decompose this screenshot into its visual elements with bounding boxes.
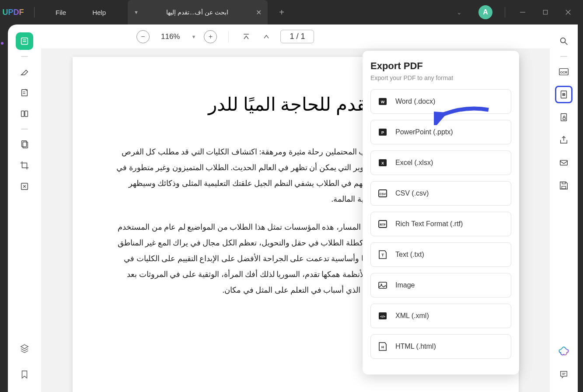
export-option-excel[interactable]: X Excel (.xlsx)	[370, 150, 511, 175]
xml-icon: </>	[377, 310, 388, 322]
workspace: − 116% ▼ + 1 / 1 فهم العالم المتقدم للحا…	[8, 24, 578, 392]
first-page-button[interactable]	[240, 31, 252, 43]
word-icon: W	[377, 96, 388, 107]
export-panel-title: Export PDF	[370, 60, 511, 72]
layers-button[interactable]	[16, 340, 33, 357]
protect-button[interactable]	[555, 108, 573, 126]
svg-line-33	[565, 42, 568, 45]
export-option-xml[interactable]: </> XML (.xml)	[370, 304, 511, 328]
compress-button[interactable]	[16, 178, 33, 195]
minimize-button[interactable]	[517, 7, 528, 18]
document-tab[interactable]: ▼ ابحث عن أف...تقدم إليها ✕	[128, 0, 268, 24]
csv-icon: CSV	[377, 188, 388, 199]
svg-text:W: W	[381, 100, 385, 104]
ai-assistant-button[interactable]	[558, 346, 570, 358]
separator	[505, 7, 505, 18]
export-option-csv[interactable]: CSV CSV (.csv)	[370, 181, 511, 206]
export-pdf-panel: Export PDF Export your PDF to any format…	[363, 51, 519, 374]
export-option-text[interactable]: T Text (.txt)	[370, 242, 511, 267]
svg-rect-39	[563, 118, 566, 120]
crop-button[interactable]	[16, 157, 33, 174]
right-sidebar: OCR	[550, 24, 578, 392]
svg-text:CSV: CSV	[380, 192, 386, 196]
menu-file[interactable]: File	[42, 9, 79, 16]
close-button[interactable]	[563, 7, 573, 18]
svg-rect-10	[21, 111, 24, 117]
dropdown-icon[interactable]: ⌄	[457, 9, 462, 16]
image-icon	[377, 280, 388, 291]
organize-button[interactable]	[16, 136, 33, 153]
svg-rect-4	[21, 38, 28, 45]
export-option-word[interactable]: W Word (.docx)	[370, 89, 511, 114]
save-button[interactable]	[555, 177, 573, 194]
svg-text:X: X	[381, 161, 384, 165]
search-button[interactable]	[555, 32, 573, 50]
export-option-html[interactable]: H HTML (.html)	[370, 334, 511, 359]
text-icon: T	[377, 249, 388, 260]
export-label: Word (.docx)	[395, 98, 435, 105]
svg-text:OCR: OCR	[560, 70, 568, 74]
pages-button[interactable]	[16, 105, 33, 122]
svg-text:RTF: RTF	[380, 223, 386, 226]
separator	[228, 31, 229, 42]
edit-button[interactable]	[16, 84, 33, 102]
new-tab-button[interactable]: +	[273, 4, 290, 21]
maximize-button[interactable]	[540, 7, 551, 18]
prev-page-button[interactable]	[260, 31, 272, 43]
email-button[interactable]	[555, 154, 573, 172]
export-option-rtf[interactable]: RTF Rich Text Format (.rtf)	[370, 212, 511, 236]
zoom-value: 116%	[161, 32, 180, 41]
tabbar: ▼ ابحث عن أف...تقدم إليها ✕ +	[128, 0, 290, 24]
export-panel-subtitle: Export your PDF to any format	[370, 74, 511, 81]
share-button[interactable]	[555, 131, 573, 149]
tab-title: ابحث عن أف...تقدم إليها	[144, 9, 251, 16]
svg-rect-1	[543, 10, 547, 14]
export-label: Text (.txt)	[395, 251, 424, 259]
indicator-dot	[1, 42, 3, 45]
bookmark-button[interactable]	[16, 366, 33, 383]
export-label: Rich Text Format (.rtf)	[395, 220, 463, 228]
export-label: PowerPoint (.pptx)	[395, 128, 453, 136]
svg-rect-40	[560, 161, 568, 165]
export-option-image[interactable]: Image	[370, 273, 511, 298]
html-icon: H	[377, 341, 388, 352]
export-option-powerpoint[interactable]: P PowerPoint (.pptx)	[370, 120, 511, 144]
toolbar: − 116% ▼ + 1 / 1	[41, 24, 550, 49]
app-logo: UPDF	[0, 8, 26, 17]
comment-button[interactable]	[555, 366, 573, 383]
separator	[21, 56, 28, 57]
svg-point-32	[561, 38, 566, 43]
main-area: − 116% ▼ + 1 / 1 فهم العالم المتقدم للحا…	[41, 24, 550, 392]
zoom-in-button[interactable]: +	[204, 30, 217, 43]
export-pdf-button[interactable]	[555, 86, 573, 103]
export-label: HTML (.html)	[395, 343, 436, 350]
tab-dropdown-icon[interactable]: ▼	[134, 10, 139, 15]
titlebar: UPDF File Help ▼ ابحث عن أف...تقدم إليها…	[0, 0, 583, 24]
left-sidebar	[8, 24, 41, 392]
svg-text:P: P	[381, 130, 384, 135]
svg-rect-27	[379, 282, 387, 288]
separator	[34, 7, 35, 18]
export-label: Excel (.xlsx)	[395, 159, 433, 167]
svg-text:H: H	[381, 345, 384, 349]
separator	[21, 129, 28, 130]
svg-text:T: T	[381, 253, 384, 257]
reader-mode-button[interactable]	[16, 32, 33, 50]
zoom-dropdown-icon[interactable]: ▼	[191, 34, 196, 39]
window-controls: ⌄ A	[457, 5, 583, 19]
zoom-out-button[interactable]: −	[136, 30, 150, 43]
menu-help[interactable]: Help	[79, 9, 119, 16]
rtf-icon: RTF	[377, 218, 388, 230]
export-label: Image	[395, 281, 415, 289]
ocr-button[interactable]: OCR	[555, 63, 573, 80]
tab-close-icon[interactable]: ✕	[256, 8, 262, 17]
excel-icon: X	[377, 157, 388, 168]
page-indicator[interactable]: 1 / 1	[280, 30, 314, 43]
svg-rect-11	[25, 111, 28, 117]
user-avatar[interactable]: A	[478, 5, 492, 19]
export-label: CSV (.csv)	[395, 189, 429, 197]
highlight-button[interactable]	[16, 63, 33, 80]
separator	[560, 56, 567, 57]
svg-rect-41	[562, 186, 566, 189]
powerpoint-icon: P	[377, 126, 388, 138]
